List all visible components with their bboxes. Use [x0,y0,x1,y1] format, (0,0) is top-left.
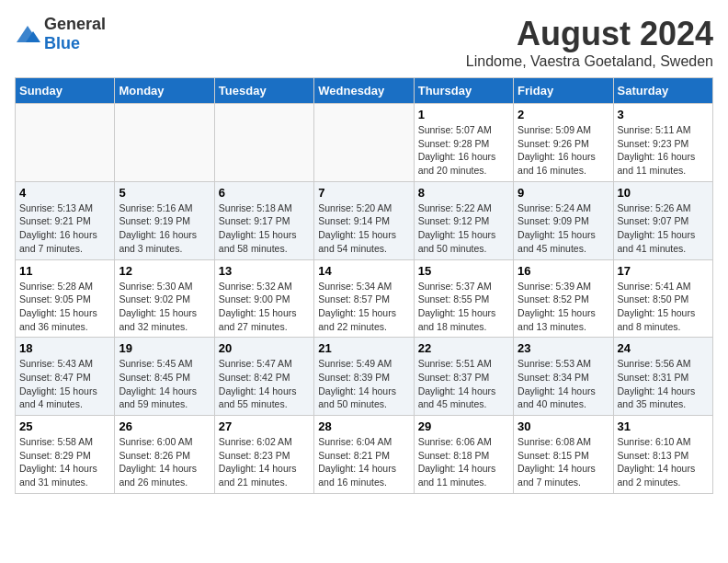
day-info: Sunrise: 6:04 AM Sunset: 8:21 PM Dayligh… [318,435,409,489]
day-info: Sunrise: 5:30 AM Sunset: 9:02 PM Dayligh… [119,280,210,334]
title-area: August 2024 Lindome, Vaestra Goetaland, … [466,15,713,70]
calendar-cell: 10Sunrise: 5:26 AM Sunset: 9:07 PM Dayli… [613,181,712,259]
calendar-cell: 8Sunrise: 5:22 AM Sunset: 9:12 PM Daylig… [414,181,513,259]
day-number: 9 [518,186,609,200]
calendar-cell: 17Sunrise: 5:41 AM Sunset: 8:50 PM Dayli… [613,259,712,338]
week-row-4: 18Sunrise: 5:43 AM Sunset: 8:47 PM Dayli… [16,338,713,416]
header-day-thursday: Thursday [414,78,513,104]
day-number: 11 [19,264,110,278]
logo: General Blue [15,15,106,53]
calendar-cell: 16Sunrise: 5:39 AM Sunset: 8:52 PM Dayli… [514,259,613,338]
day-number: 21 [318,341,409,355]
calendar-cell: 20Sunrise: 5:47 AM Sunset: 8:42 PM Dayli… [214,338,313,416]
day-info: Sunrise: 5:24 AM Sunset: 9:09 PM Dayligh… [518,201,609,256]
header-day-friday: Friday [514,78,613,104]
day-number: 27 [219,419,310,433]
day-number: 4 [19,186,110,200]
week-row-5: 25Sunrise: 5:58 AM Sunset: 8:29 PM Dayli… [16,416,713,494]
subtitle: Lindome, Vaestra Goetaland, Sweden [466,53,713,70]
day-info: Sunrise: 6:06 AM Sunset: 8:18 PM Dayligh… [418,435,509,489]
calendar-cell: 1Sunrise: 5:07 AM Sunset: 9:28 PM Daylig… [414,104,513,182]
day-info: Sunrise: 6:00 AM Sunset: 8:26 PM Dayligh… [119,435,210,489]
day-info: Sunrise: 6:02 AM Sunset: 8:23 PM Dayligh… [219,435,310,489]
day-number: 7 [318,186,409,200]
logo-blue: Blue [44,34,80,52]
main-title: August 2024 [466,15,713,53]
calendar-cell [314,104,414,182]
calendar-cell: 13Sunrise: 5:32 AM Sunset: 9:00 PM Dayli… [214,259,313,338]
calendar-cell: 15Sunrise: 5:37 AM Sunset: 8:55 PM Dayli… [414,259,513,338]
day-info: Sunrise: 5:18 AM Sunset: 9:17 PM Dayligh… [219,201,310,256]
day-number: 8 [418,186,509,200]
header: General Blue August 2024 Lindome, Vaestr… [15,15,713,70]
day-info: Sunrise: 5:32 AM Sunset: 9:00 PM Dayligh… [219,280,310,334]
day-info: Sunrise: 5:34 AM Sunset: 8:57 PM Dayligh… [318,280,409,334]
day-info: Sunrise: 5:09 AM Sunset: 9:26 PM Dayligh… [518,123,609,178]
calendar-cell: 19Sunrise: 5:45 AM Sunset: 8:45 PM Dayli… [115,338,214,416]
day-info: Sunrise: 5:51 AM Sunset: 8:37 PM Dayligh… [418,357,509,411]
day-info: Sunrise: 5:58 AM Sunset: 8:29 PM Dayligh… [19,435,110,489]
day-number: 24 [618,341,709,355]
day-info: Sunrise: 5:11 AM Sunset: 9:23 PM Dayligh… [618,123,709,178]
day-info: Sunrise: 6:08 AM Sunset: 8:15 PM Dayligh… [518,435,609,489]
calendar-cell: 28Sunrise: 6:04 AM Sunset: 8:21 PM Dayli… [314,416,414,494]
day-info: Sunrise: 5:26 AM Sunset: 9:07 PM Dayligh… [618,201,709,256]
day-info: Sunrise: 5:16 AM Sunset: 9:19 PM Dayligh… [119,201,210,256]
day-info: Sunrise: 5:43 AM Sunset: 8:47 PM Dayligh… [19,357,110,411]
calendar-cell: 3Sunrise: 5:11 AM Sunset: 9:23 PM Daylig… [613,104,712,182]
header-row: SundayMondayTuesdayWednesdayThursdayFrid… [16,78,713,104]
calendar-cell: 26Sunrise: 6:00 AM Sunset: 8:26 PM Dayli… [115,416,214,494]
calendar-cell: 29Sunrise: 6:06 AM Sunset: 8:18 PM Dayli… [414,416,513,494]
day-info: Sunrise: 5:07 AM Sunset: 9:28 PM Dayligh… [418,123,509,178]
calendar-cell: 22Sunrise: 5:51 AM Sunset: 8:37 PM Dayli… [414,338,513,416]
day-number: 20 [219,341,310,355]
header-day-tuesday: Tuesday [214,78,313,104]
day-number: 16 [518,264,609,278]
day-info: Sunrise: 5:41 AM Sunset: 8:50 PM Dayligh… [618,280,709,334]
calendar-cell: 2Sunrise: 5:09 AM Sunset: 9:26 PM Daylig… [514,104,613,182]
day-number: 30 [518,419,609,433]
day-info: Sunrise: 5:22 AM Sunset: 9:12 PM Dayligh… [418,201,509,256]
header-day-saturday: Saturday [613,78,712,104]
day-number: 28 [318,419,409,433]
day-number: 1 [418,108,509,121]
day-info: Sunrise: 5:37 AM Sunset: 8:55 PM Dayligh… [418,280,509,334]
calendar-cell [214,104,313,182]
logo-icon [15,24,40,44]
calendar-cell [115,104,214,182]
calendar-cell [16,104,115,182]
header-day-wednesday: Wednesday [314,78,414,104]
day-info: Sunrise: 5:45 AM Sunset: 8:45 PM Dayligh… [119,357,210,411]
calendar-cell: 11Sunrise: 5:28 AM Sunset: 9:05 PM Dayli… [16,259,115,338]
day-info: Sunrise: 5:47 AM Sunset: 8:42 PM Dayligh… [219,357,310,411]
day-number: 14 [318,264,409,278]
day-info: Sunrise: 5:56 AM Sunset: 8:31 PM Dayligh… [618,357,709,411]
day-info: Sunrise: 5:53 AM Sunset: 8:34 PM Dayligh… [518,357,609,411]
calendar-cell: 31Sunrise: 6:10 AM Sunset: 8:13 PM Dayli… [613,416,712,494]
day-number: 3 [618,108,709,121]
calendar-cell: 7Sunrise: 5:20 AM Sunset: 9:14 PM Daylig… [314,181,414,259]
day-number: 10 [618,186,709,200]
week-row-1: 1Sunrise: 5:07 AM Sunset: 9:28 PM Daylig… [16,104,713,182]
calendar-cell: 14Sunrise: 5:34 AM Sunset: 8:57 PM Dayli… [314,259,414,338]
calendar-cell: 6Sunrise: 5:18 AM Sunset: 9:17 PM Daylig… [214,181,313,259]
calendar-cell: 27Sunrise: 6:02 AM Sunset: 8:23 PM Dayli… [214,416,313,494]
header-day-sunday: Sunday [16,78,115,104]
day-number: 5 [119,186,210,200]
day-info: Sunrise: 6:10 AM Sunset: 8:13 PM Dayligh… [618,435,709,489]
calendar-cell: 21Sunrise: 5:49 AM Sunset: 8:39 PM Dayli… [314,338,414,416]
day-number: 6 [219,186,310,200]
day-number: 29 [418,419,509,433]
day-number: 19 [119,341,210,355]
day-info: Sunrise: 5:13 AM Sunset: 9:21 PM Dayligh… [19,201,110,256]
day-info: Sunrise: 5:20 AM Sunset: 9:14 PM Dayligh… [318,201,409,256]
day-info: Sunrise: 5:28 AM Sunset: 9:05 PM Dayligh… [19,280,110,334]
day-number: 12 [119,264,210,278]
day-number: 22 [418,341,509,355]
calendar-cell: 18Sunrise: 5:43 AM Sunset: 8:47 PM Dayli… [16,338,115,416]
day-number: 26 [119,419,210,433]
day-number: 18 [19,341,110,355]
day-number: 17 [618,264,709,278]
week-row-3: 11Sunrise: 5:28 AM Sunset: 9:05 PM Dayli… [16,259,713,338]
calendar-cell: 25Sunrise: 5:58 AM Sunset: 8:29 PM Dayli… [16,416,115,494]
